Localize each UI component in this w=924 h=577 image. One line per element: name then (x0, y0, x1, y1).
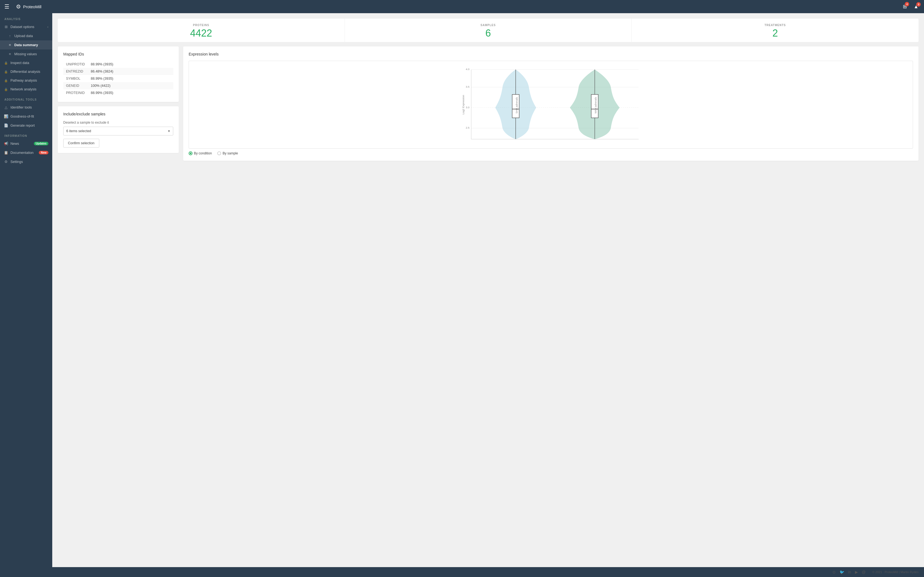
identifier-tools-label: Identifier tools (10, 105, 32, 110)
grid-icon: ⊞ (4, 25, 8, 29)
docs-icon: 📋 (4, 151, 8, 155)
sidebar-item-identifier-tools[interactable]: △ Identifier tools (0, 103, 52, 112)
hamburger-button[interactable]: ☰ (5, 3, 9, 10)
radio-by-sample[interactable]: By sample (217, 152, 238, 155)
lock1-icon: 🔒 (4, 61, 8, 65)
network-analysis-label: Network analysis (10, 87, 36, 91)
data-summary-label: Data summary (14, 43, 38, 47)
svg-text:2.5: 2.5 (466, 126, 469, 129)
sidebar-item-network-analysis[interactable]: 🔒 Network analysis (0, 85, 52, 94)
documentation-label: Documentation (10, 151, 34, 155)
deselect-label: Deselect a sample to exclude it (63, 121, 173, 124)
copyright: © 2021 · ProteoMill | Martin Rydén (872, 571, 919, 574)
include-exclude-card: Include/exclude samples Deselect a sampl… (58, 106, 179, 153)
github-icon[interactable]: ⊙ (832, 570, 836, 574)
table-row: SYMBOL88.99% (3935) (63, 75, 173, 82)
svg-text:4.0: 4.0 (466, 68, 469, 71)
main-layout: ANALYSIS ⊞ Dataset options ‹ ↑ Upload da… (0, 13, 924, 567)
sidebar-item-upload-data[interactable]: ↑ Upload data (0, 31, 52, 40)
sidebar-item-generate-report[interactable]: 📄 Generate report (0, 121, 52, 130)
samples-value: 6 (485, 28, 491, 38)
by-sample-radio[interactable] (217, 152, 221, 155)
treatments-label: TREATMENTS (764, 24, 786, 27)
alert-badge: 3 (916, 2, 921, 6)
items-select[interactable]: 6 items selected (63, 127, 173, 135)
upload-icon: ↑ (8, 34, 12, 38)
youtube-icon[interactable]: ▶ (855, 570, 858, 574)
sidebar-item-dataset-options[interactable]: ⊞ Dataset options ‹ (0, 22, 52, 31)
twitter-icon[interactable]: 🐦 (840, 570, 844, 574)
sidebar-item-documentation[interactable]: 📋 Documentation New (0, 148, 52, 157)
list-icon: ≡ (8, 43, 12, 47)
news-label: News (10, 142, 19, 146)
confirm-selection-button[interactable]: Confirm selection (63, 139, 99, 148)
items-select-wrapper: 6 items selected ▼ (63, 127, 173, 135)
stat-treatments: TREATMENTS 2 (632, 19, 919, 42)
sidebar-item-goodness-of-fit[interactable]: 📊 Goodness-of-fit (0, 112, 52, 121)
by-condition-label: By condition (194, 152, 212, 155)
stat-proteins: PROTEINS 4422 (58, 19, 345, 42)
collapse-icon[interactable]: ‹ (47, 25, 48, 29)
mapped-id-value: 88.99% (3935) (88, 61, 173, 68)
chart-icon: 📊 (4, 114, 8, 118)
sidebar-item-inspect-data[interactable]: 🔒 Inspect data (0, 58, 52, 67)
mapped-ids-card: Mapped IDs UNIPROTID88.99% (3935)ENTREZI… (58, 47, 179, 102)
mapped-id-name: UNIPROTID (63, 61, 88, 68)
svg-text:Log2 Expression: Log2 Expression (462, 95, 465, 114)
violin-container: Log2 Expression 4.0 3.5 3.0 2.5 (189, 61, 913, 149)
mapped-ids-title: Mapped IDs (63, 52, 173, 56)
linkedin-icon[interactable]: in (848, 570, 851, 574)
sidebar-item-pathway-analysis[interactable]: 🔒 Pathway analysis (0, 76, 52, 85)
upload-data-label: Upload data (14, 34, 33, 38)
sidebar-item-data-summary[interactable]: ≡ Data summary (0, 40, 52, 50)
lock2-icon: 🔒 (4, 70, 8, 74)
mapped-id-name: ENTREZID (63, 68, 88, 75)
logo-area: ⚙ ProteoMill (16, 3, 42, 10)
sidebar: ANALYSIS ⊞ Dataset options ‹ ↑ Upload da… (0, 13, 52, 567)
list2-icon: ≡ (8, 52, 12, 56)
include-exclude-title: Include/exclude samples (63, 112, 173, 116)
info-section-label: INFORMATION (0, 130, 52, 139)
radio-by-condition[interactable]: By condition (189, 152, 212, 155)
main-content: PROTEINS 4422 SAMPLES 6 TREATMENTS 2 Map… (52, 13, 924, 567)
mapped-id-value: 88.99% (3935) (88, 75, 173, 82)
svg-text:SHR.adrenals: SHR.adrenals (515, 97, 518, 113)
lock3-icon: 🔒 (4, 79, 8, 82)
page-footer: ⊙ 🐦 in ▶ @ © 2021 · ProteoMill | Martin … (0, 567, 924, 577)
settings-icon: ⚙ (4, 160, 8, 164)
news-badge: Updates (34, 142, 48, 145)
stat-samples: SAMPLES 6 (345, 19, 632, 42)
sidebar-item-news[interactable]: 📢 News Updates (0, 139, 52, 148)
sidebar-item-differential-analysis[interactable]: 🔒 Differential analysis (0, 67, 52, 76)
table-row: PROTEINID88.99% (3935) (63, 89, 173, 97)
doc-icon: 📄 (4, 123, 8, 127)
docs-badge: New (39, 151, 48, 155)
logo-icon: ⚙ (16, 3, 21, 10)
goodness-of-fit-label: Goodness-of-fit (10, 114, 34, 118)
sidebar-item-settings[interactable]: ⚙ Settings (0, 157, 52, 166)
triangle-icon: △ (4, 105, 8, 110)
mapped-id-value: 100% (4422) (88, 82, 173, 89)
expression-levels-card: Expression levels Log2 Expression 4.0 3.… (183, 47, 919, 161)
mapped-id-name: SYMBOL (63, 75, 88, 82)
dataset-options-label: Dataset options (10, 25, 34, 29)
proteins-label: PROTEINS (193, 24, 209, 27)
samples-label: SAMPLES (480, 24, 496, 27)
at-icon[interactable]: @ (862, 570, 866, 574)
settings-label: Settings (10, 160, 23, 164)
mapped-id-value: 86.48% (3824) (88, 68, 173, 75)
pathway-analysis-label: Pathway analysis (10, 79, 37, 82)
table-badge: 4 (905, 2, 909, 6)
left-panel: Mapped IDs UNIPROTID88.99% (3935)ENTREZI… (58, 47, 179, 153)
tools-section-label: ADDITIONAL TOOLS (0, 94, 52, 103)
violin-chart: Log2 Expression 4.0 3.5 3.0 2.5 (192, 64, 910, 146)
inspect-data-label: Inspect data (10, 61, 29, 65)
table-button[interactable]: ⊞ 4 (902, 2, 908, 11)
missing-values-label: Missing values (14, 52, 37, 56)
table-row: UNIPROTID88.99% (3935) (63, 61, 173, 68)
sidebar-item-missing-values[interactable]: ≡ Missing values (0, 50, 52, 58)
alert-button[interactable]: ▲ 3 (913, 3, 919, 11)
by-condition-radio[interactable] (189, 152, 192, 155)
radio-group: By condition By sample (189, 152, 913, 155)
lock4-icon: 🔒 (4, 88, 8, 91)
